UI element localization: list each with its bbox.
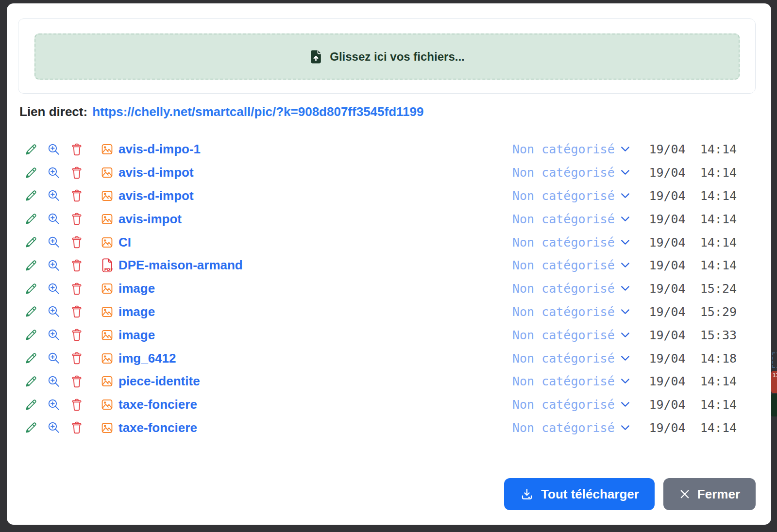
zoom-in-icon[interactable] <box>47 421 61 434</box>
zoom-in-icon[interactable] <box>47 189 61 202</box>
delete-icon[interactable] <box>71 259 83 272</box>
file-timestamp: 19/04 14:14 <box>648 189 737 203</box>
chevron-down-icon <box>621 309 630 315</box>
delete-icon[interactable] <box>71 351 83 365</box>
file-timestamp: 19/04 14:14 <box>648 398 737 412</box>
delete-icon[interactable] <box>71 375 83 388</box>
delete-icon[interactable] <box>71 328 83 342</box>
direct-link-url[interactable]: https://chelly.net/smartcall/pic/?k=908d… <box>92 104 423 119</box>
category-dropdown[interactable]: Non catégorisé <box>512 351 643 366</box>
chevron-down-icon <box>621 332 630 338</box>
category-dropdown[interactable]: Non catégorisé <box>512 421 643 435</box>
delete-icon[interactable] <box>71 398 83 412</box>
file-dropzone[interactable]: Glissez ici vos fichiers... <box>34 33 740 80</box>
category-label: Non catégorisé <box>512 421 615 435</box>
edit-icon[interactable] <box>24 166 38 180</box>
chevron-down-icon <box>621 262 630 268</box>
zoom-in-icon[interactable] <box>47 235 61 249</box>
file-name-link[interactable]: avis-d-impot <box>118 165 512 180</box>
image-icon <box>101 398 114 411</box>
file-row: avis-d-impot Non catégorisé 19/04 14:14 <box>7 184 771 208</box>
zoom-in-icon[interactable] <box>47 212 61 226</box>
file-name-link[interactable]: img_6412 <box>118 351 512 366</box>
file-row: taxe-fonciere Non catégorisé 19/04 14:14 <box>7 393 771 416</box>
category-dropdown[interactable]: Non catégorisé <box>512 258 643 272</box>
category-dropdown[interactable]: Non catégorisé <box>512 142 643 156</box>
category-dropdown[interactable]: Non catégorisé <box>512 166 643 180</box>
file-timestamp: 19/04 15:33 <box>648 328 737 342</box>
file-name-link[interactable]: image <box>118 304 512 319</box>
category-label: Non catégorisé <box>512 282 615 296</box>
file-row: taxe-fonciere Non catégorisé 19/04 14:14 <box>7 416 771 440</box>
zoom-in-icon[interactable] <box>47 398 61 412</box>
edit-icon[interactable] <box>24 259 38 272</box>
file-timestamp: 19/04 14:14 <box>648 421 737 435</box>
file-name-link[interactable]: avis-impot <box>118 212 512 227</box>
chevron-down-icon <box>621 216 630 222</box>
edit-icon[interactable] <box>24 398 38 412</box>
delete-icon[interactable] <box>71 282 83 296</box>
edit-icon[interactable] <box>24 421 38 434</box>
delete-icon[interactable] <box>71 189 83 202</box>
category-dropdown[interactable]: Non catégorisé <box>512 189 643 203</box>
delete-icon[interactable] <box>71 143 83 156</box>
file-name-link[interactable]: DPE-maison-armand <box>118 258 512 273</box>
file-name-link[interactable]: avis-d-impot <box>118 188 512 203</box>
file-timestamp: 19/04 15:29 <box>648 305 737 319</box>
zoom-in-icon[interactable] <box>47 143 61 156</box>
zoom-in-icon[interactable] <box>47 282 61 296</box>
category-dropdown[interactable]: Non catégorisé <box>512 374 643 388</box>
delete-icon[interactable] <box>71 166 83 180</box>
zoom-in-icon[interactable] <box>47 375 61 388</box>
file-row: image Non catégorisé 19/04 15:29 <box>7 300 771 324</box>
edit-icon[interactable] <box>24 282 38 296</box>
background-notification-badge: 13 <box>771 371 777 393</box>
image-icon <box>101 421 114 434</box>
zoom-in-icon[interactable] <box>47 305 61 318</box>
delete-icon[interactable] <box>71 212 83 226</box>
file-name-link[interactable]: image <box>118 281 512 296</box>
zoom-in-icon[interactable] <box>47 259 61 272</box>
category-dropdown[interactable]: Non catégorisé <box>512 212 643 226</box>
edit-icon[interactable] <box>24 305 38 318</box>
category-label: Non catégorisé <box>512 142 615 156</box>
download-all-button[interactable]: Tout télécharger <box>504 478 655 510</box>
file-row: img_6412 Non catégorisé 19/04 14:18 <box>7 347 771 370</box>
category-dropdown[interactable]: Non catégorisé <box>512 282 643 296</box>
dropzone-label: Glissez ici vos fichiers... <box>330 50 464 64</box>
file-row: avis-d-impo-1 Non catégorisé 19/04 14:14 <box>7 138 771 161</box>
edit-icon[interactable] <box>24 328 38 342</box>
edit-icon[interactable] <box>24 143 38 156</box>
edit-icon[interactable] <box>24 189 38 202</box>
edit-icon[interactable] <box>24 212 38 226</box>
edit-icon[interactable] <box>24 351 38 365</box>
image-icon <box>101 305 114 318</box>
delete-icon[interactable] <box>71 421 83 434</box>
chevron-down-icon <box>621 239 630 246</box>
file-name-link[interactable]: avis-d-impo-1 <box>118 142 512 157</box>
file-name-link[interactable]: taxe-fonciere <box>118 397 512 412</box>
file-name-link[interactable]: taxe-fonciere <box>118 420 512 435</box>
image-icon <box>101 213 114 226</box>
category-label: Non catégorisé <box>512 305 615 319</box>
zoom-in-icon[interactable] <box>47 328 61 342</box>
image-icon <box>101 189 114 202</box>
zoom-in-icon[interactable] <box>47 351 61 365</box>
edit-icon[interactable] <box>24 375 38 388</box>
background-page-fragment <box>771 394 777 416</box>
file-name-link[interactable]: image <box>118 328 512 343</box>
zoom-in-icon[interactable] <box>47 166 61 180</box>
category-dropdown[interactable]: Non catégorisé <box>512 235 643 249</box>
file-list: avis-d-impo-1 Non catégorisé 19/04 14:14 <box>7 138 771 439</box>
category-dropdown[interactable]: Non catégorisé <box>512 328 643 342</box>
edit-icon[interactable] <box>24 235 38 249</box>
close-button[interactable]: Fermer <box>663 478 756 510</box>
image-icon <box>101 166 114 179</box>
delete-icon[interactable] <box>71 235 83 249</box>
delete-icon[interactable] <box>71 305 83 318</box>
category-dropdown[interactable]: Non catégorisé <box>512 305 643 319</box>
file-timestamp: 19/04 14:14 <box>648 142 737 156</box>
category-dropdown[interactable]: Non catégorisé <box>512 398 643 412</box>
file-name-link[interactable]: piece-identite <box>118 374 512 389</box>
file-name-link[interactable]: CI <box>118 235 512 250</box>
